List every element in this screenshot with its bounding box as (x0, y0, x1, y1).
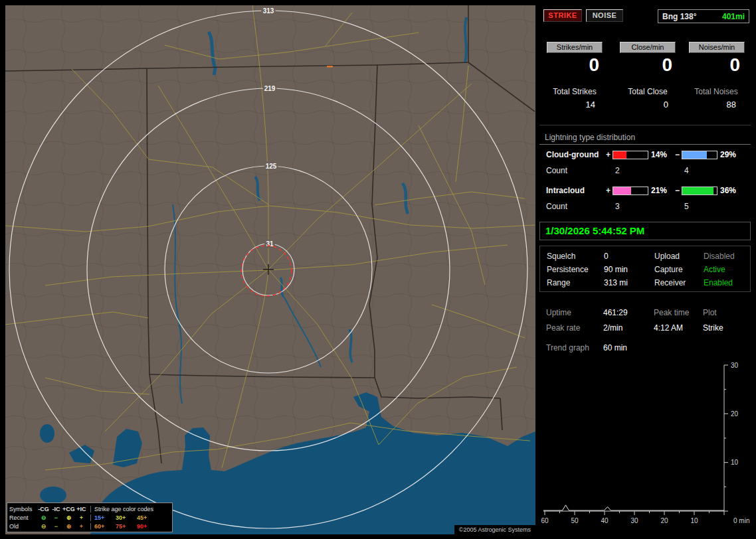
noises-counter: Noises/min 0 Total Noises 88 (682, 38, 751, 121)
map-panel: 313 219 125 31 Symbols -CG -IC +CG +IC S… (5, 5, 535, 534)
legend-col-neg-cg: -CG (37, 506, 50, 512)
intracloud-label: Intracloud (546, 186, 585, 195)
neg-cg-old-symbol: ⊖ (37, 523, 50, 530)
ic-positive-percent: 21% (651, 186, 667, 195)
ic-positive-bar (613, 187, 648, 195)
ic-positive-count: 3 (615, 202, 620, 211)
plot-value: Strike (703, 322, 723, 334)
age-60-label: 60+ (94, 523, 116, 530)
total-strikes-label: Total Strikes (539, 87, 610, 96)
range-label: Range (547, 277, 570, 289)
cloud-ground-count-row: Count 2 4 (539, 166, 751, 177)
map-canvas[interactable]: 313 219 125 31 (5, 5, 535, 534)
trend-graph: 60 50 40 30 20 10 0 min 30 20 10 (539, 357, 751, 535)
legend-old-row: Old ⊖ − ⊕ + 60+ 75+ 90+ (9, 522, 170, 530)
status-row: Uptime 461:29 Peak time Plot (539, 307, 751, 319)
distribution-title: Lightning type distribution (539, 131, 751, 145)
ring-label-31: 31 (266, 240, 274, 248)
uptime-value: 461:29 (603, 307, 628, 319)
datetime-display: 1/30/2026 5:44:52 PM (540, 222, 750, 240)
total-close-label: Total Close (613, 87, 683, 96)
count-label: Count (546, 166, 567, 175)
ic-negative-count: 5 (684, 202, 689, 211)
squelch-label: Squelch (547, 250, 575, 262)
trend-graph-window: 60 min (603, 342, 627, 354)
total-noises-label: Total Noises (682, 87, 751, 96)
age-15-label: 15+ (94, 514, 116, 521)
strikes-counter: Strikes/min 0 Total Strikes 14 (539, 38, 610, 121)
strikes-per-min-button[interactable]: Strikes/min (547, 42, 603, 53)
upload-status: Disabled (704, 250, 735, 262)
intracloud-count-row: Count 3 5 (539, 202, 751, 212)
trend-axes (543, 365, 728, 515)
y-label-20: 20 (731, 410, 739, 418)
capture-status: Active (704, 264, 725, 275)
divider (539, 125, 751, 125)
legend-age-title: Strike age color codes (90, 506, 170, 512)
pos-cg-recent-symbol: ⊕ (62, 514, 75, 521)
intracloud-row: Intracloud + 21% − 36% (539, 186, 751, 196)
strike-button[interactable]: STRIKE (543, 9, 582, 22)
neg-ic-recent-symbol: − (50, 514, 62, 521)
legend-col-pos-ic: +IC (75, 506, 88, 512)
trend-graph-canvas: 60 50 40 30 20 10 0 min 30 20 10 (539, 357, 751, 535)
legend-old-label: Old (9, 523, 37, 530)
pos-ic-old-symbol: + (75, 523, 88, 530)
legend-symbols-title: Symbols (9, 506, 37, 512)
x-label-0min: 0 min (733, 517, 749, 524)
bearing-display: Bng 138° 401mi (658, 9, 749, 23)
noise-button[interactable]: NOISE (586, 9, 623, 22)
status-row: Trend graph 60 min (539, 342, 751, 354)
upload-label: Upload (654, 250, 680, 262)
neg-cg-recent-symbol: ⊖ (37, 514, 50, 521)
ring-label-219: 219 (264, 85, 276, 92)
peak-time-value: 4:12 AM (654, 322, 683, 334)
age-45-label: 45+ (137, 514, 158, 521)
legend-col-pos-cg: +CG (62, 506, 75, 512)
trend-x-labels: 60 50 40 30 20 10 0 min (541, 517, 749, 524)
cloud-ground-label: Cloud-ground (546, 150, 599, 159)
status-row: Peak rate 2/min 4:12 AM Strike (539, 322, 751, 334)
noises-per-min-button[interactable]: Noises/min (689, 42, 745, 53)
x-label-10: 10 (690, 517, 698, 524)
pos-cg-old-symbol: ⊕ (62, 523, 75, 530)
legend-col-neg-ic: -IC (50, 506, 62, 512)
ring-label-313: 313 (263, 7, 274, 15)
strikes-per-min-value: 0 (539, 54, 599, 76)
close-per-min-button[interactable]: Close/min (620, 42, 676, 53)
cg-positive-bar (613, 151, 648, 159)
plus-sign: + (606, 150, 611, 159)
ic-negative-bar (682, 187, 717, 195)
neg-ic-old-symbol: − (50, 523, 62, 530)
x-label-30: 30 (630, 517, 638, 524)
x-label-50: 50 (571, 517, 579, 524)
age-90-label: 90+ (137, 523, 158, 530)
total-close-value: 0 (613, 100, 668, 110)
ring-label-125: 125 (266, 163, 277, 170)
capture-label: Capture (654, 264, 683, 275)
settings-row: Persistence 90 min Capture Active (540, 264, 750, 275)
close-per-min-value: 0 (613, 54, 672, 76)
plus-sign: + (606, 186, 611, 195)
age-75-label: 75+ (116, 523, 137, 530)
noises-per-min-value: 0 (682, 54, 740, 76)
y-label-30: 30 (731, 362, 739, 369)
settings-row: Range 313 mi Receiver Enabled (540, 277, 750, 289)
cg-positive-count: 2 (615, 166, 620, 175)
ic-negative-percent: 36% (720, 186, 736, 195)
settings-row: Squelch 0 Upload Disabled (540, 250, 750, 262)
settings-panel: Squelch 0 Upload Disabled Persistence 90… (539, 246, 751, 292)
trend-trace (543, 505, 724, 510)
trend-graph-label: Trend graph (546, 342, 589, 354)
x-label-60: 60 (541, 517, 549, 524)
app-window: { "map": { "ring_labels": ["313", "219",… (0, 0, 756, 539)
minus-sign: − (675, 150, 680, 159)
peak-rate-value: 2/min (603, 322, 622, 334)
cg-positive-percent: 14% (651, 150, 667, 159)
status-panel: Uptime 461:29 Peak time Plot Peak rate 2… (539, 299, 751, 357)
datetime-panel: 1/30/2026 5:44:52 PM (539, 222, 751, 240)
cg-negative-percent: 29% (720, 150, 736, 159)
total-noises-value: 88 (682, 100, 736, 110)
squelch-value: 0 (604, 250, 609, 262)
y-label-10: 10 (731, 459, 739, 466)
